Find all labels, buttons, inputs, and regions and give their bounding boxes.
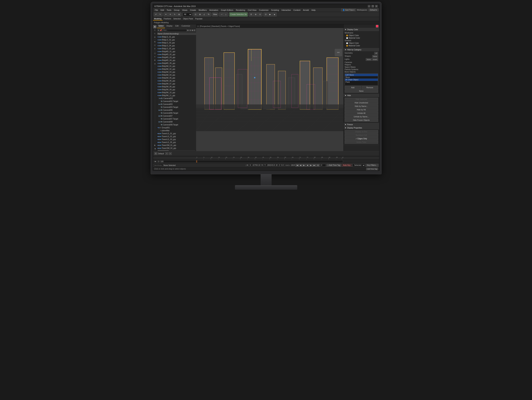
list-item[interactable]: ●▶▶■ TowerLG_01_grp [157,132,196,135]
category-add-btn[interactable]: Add [345,86,361,89]
list-item[interactable]: ●▶▶■ BldgSM_05_grp [157,76,196,79]
percent-snap-btn[interactable]: % [207,12,211,17]
hide-header[interactable]: ▼ Hide [344,94,379,97]
render-btn[interactable]: ▶ [268,12,272,17]
auto-key-btn[interactable]: Auto Key [342,164,352,166]
stop-btn[interactable]: ■ [306,164,309,167]
list-item[interactable]: ●▶▶■ BldgSM_02_grp [157,68,196,70]
hide-selected-btn[interactable]: Hide Selected [345,98,378,101]
tab-selection[interactable]: Selection [172,17,182,20]
align-btn[interactable]: ⊥ [224,12,228,17]
restore-button[interactable]: ❐ [372,5,374,7]
exp-layout2-btn[interactable]: ⊟ [189,29,191,32]
explorer-tab-customize[interactable]: Customize [180,24,191,28]
minimize-button[interactable]: — [368,5,370,7]
hide-by-hit-btn[interactable]: Hide by Hit [345,108,378,111]
tool-scale[interactable]: ⊞ [153,36,157,39]
invert-btn[interactable]: Invert [372,58,378,61]
go-end-btn[interactable]: ▶| [313,164,316,167]
view-cube-btn[interactable]: View [212,12,218,17]
angle-snap-btn[interactable]: ∠ [202,12,206,17]
menu-modifiers[interactable]: Modifiers [197,9,208,12]
display-color-header[interactable]: ▼ Display Color [344,28,379,31]
tool-select[interactable]: ⊕ [153,25,157,28]
layer-options-btn[interactable]: ☰ [154,152,158,155]
tool-helper[interactable]: ✚ [153,59,157,62]
list-item[interactable]: ●▶▶■ BldgLG_04_grp [157,44,196,47]
play-options-btn[interactable]: ⊞ [316,164,320,167]
add-time-tag-hint-btn[interactable]: Add Time Tag [366,168,378,170]
category-none2-btn[interactable]: None [345,90,378,93]
timeline-scrub[interactable] [196,160,343,163]
render-setup-btn[interactable]: ⊡ [264,12,268,17]
tool-bind[interactable]: ⊗ [153,47,157,50]
tab-freeform[interactable]: Freeform [163,17,172,20]
wireframe-radio-material[interactable] [346,37,348,39]
geometry-all-btn[interactable]: All [374,52,378,55]
hide-frozen-btn[interactable]: Hide Frozen Objects [345,119,378,122]
tool-camera[interactable]: ◫ [153,52,157,55]
tab-populate[interactable]: Populate [194,17,203,20]
menu-interactive[interactable]: Interactive [280,9,292,12]
listbox-bone[interactable]: Bone [345,76,378,79]
menu-animation[interactable]: Animation [208,9,219,12]
move-btn[interactable]: ✢ [168,12,172,17]
timeline-go-start-btn[interactable]: |◀ [154,160,156,162]
explorer-tab-select[interactable]: Select [157,24,165,28]
tool-light[interactable]: ✦ [153,55,157,58]
scale-btn[interactable]: ⊞ [177,12,181,17]
menu-scripting[interactable]: Scripting [270,9,280,12]
close-button[interactable]: ✕ [375,5,378,7]
list-item[interactable]: 📷 Camera008.Target [157,123,196,126]
list-item[interactable]: ●▶▶■ BldgSM_01_grp [157,65,196,68]
exp-layout4-btn[interactable]: ☰ [194,29,196,32]
list-item[interactable]: 📷 Camera003.Target [157,106,196,109]
snap-btn[interactable]: ⊡ [194,12,197,17]
list-item[interactable]: ●▶▶■ BldgMD_02_grp [157,53,196,56]
go-start-btn[interactable]: |◀ [295,164,299,167]
list-item[interactable]: ●▶▶■ BldgLG_03_grp [157,41,196,44]
exp-layout1-btn[interactable]: ⊞ [187,29,189,32]
list-item[interactable]: ●▶▶■ BldgSM_07_grp [157,82,196,85]
add-time-tag-btn[interactable]: + Add Time Tag [327,164,341,166]
lights-none-btn[interactable]: None [366,58,372,61]
display-as-box-btn[interactable]: Display as Box [345,130,378,133]
list-item[interactable]: ●▶▶■ BldgSM_04_grp [157,74,196,76]
prev-frame-btn[interactable]: ◀ [299,164,302,167]
list-item[interactable]: ▶▶📷 Camera008 [157,120,196,123]
current-frame-input[interactable] [320,164,326,167]
scene-explorer-btn[interactable]: ⊞ [254,12,258,17]
list-item[interactable]: ●▶▶■ BldgLG_02_grp [157,38,196,41]
tool-geometry[interactable]: ◈ [153,62,157,65]
list-item[interactable]: ●▶▶■ TowerSM_02_grp [157,147,196,150]
exp-close-btn[interactable]: ✕ [158,29,159,32]
hide-by-category-header[interactable]: ▼ Hide by Category [344,48,379,51]
tab-modeling[interactable]: Modeling [153,17,163,20]
vertex-ticks-btn[interactable]: Vertex Ticks [345,141,378,144]
shapes-none-btn[interactable]: None [372,55,378,58]
display-properties-header[interactable]: ▼ Display Properties [344,126,379,129]
list-item[interactable]: ●▶▶■ BldgMD_05_grp [157,62,196,65]
active-color-swatch[interactable] [376,25,378,27]
list-item[interactable]: ●▶▶■ TowerLG_02_grp [157,135,196,138]
freeze-header[interactable]: ▼ Freeze [344,123,379,126]
category-listbox[interactable]: CAT Bone Bone IK Chain Object Point [345,74,378,86]
list-item[interactable]: ●▶▶■ BldgSM_06_grp [157,79,196,82]
hide-unselected-btn[interactable]: Hide Unselected [345,101,378,104]
selection-filter[interactable]: All [183,13,192,16]
list-item[interactable]: ▶▶📷 Camera006 [157,109,196,111]
list-item[interactable]: ▼▶📷 Camera002 [157,97,196,100]
category-remove-btn[interactable]: Remove [361,86,378,89]
explorer-tab-display[interactable]: Display [165,24,174,28]
shaded-radio-material[interactable] [346,45,348,47]
tool-bottom1[interactable]: ▶ [153,143,157,147]
next-frame-btn[interactable]: ▶ [309,164,313,167]
list-item[interactable]: ●▶▶■ TowerLG_05_grp [157,141,196,144]
shaded-radio-object[interactable] [346,42,348,44]
wireframe-radio-object[interactable] [346,35,348,37]
menu-views[interactable]: Views [181,9,188,12]
menu-create[interactable]: Create [189,9,197,12]
listbox-cat-bone[interactable]: CAT Bone [345,74,378,76]
menu-content[interactable]: Content [292,9,302,12]
material-editor-btn[interactable]: ◈ [272,12,277,17]
